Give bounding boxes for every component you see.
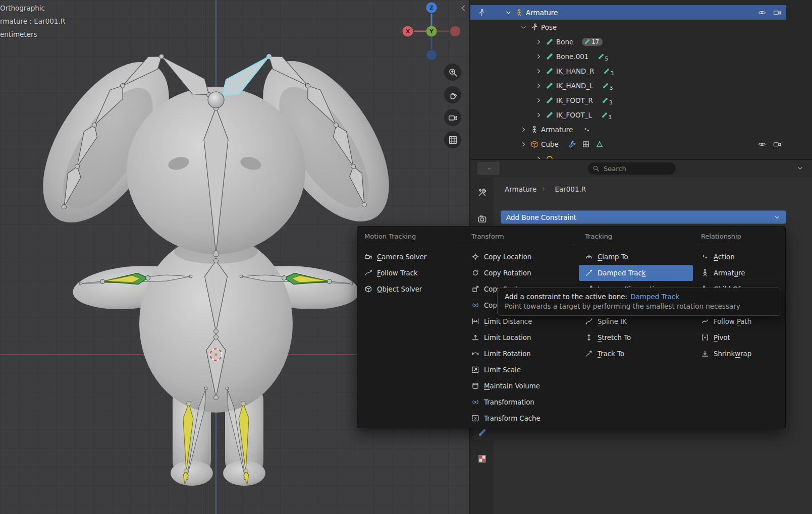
menu-item-copy-rotation[interactable]: Copy Rotation <box>465 265 577 281</box>
bone-icon <box>545 67 554 75</box>
camera-icon[interactable] <box>773 8 781 17</box>
eye-icon[interactable] <box>757 8 766 17</box>
menu-item-follow-track[interactable]: Follow Track <box>358 265 463 281</box>
wrench-icon <box>568 140 577 148</box>
tab-texture[interactable] <box>470 451 494 466</box>
zoom-button[interactable] <box>444 64 461 81</box>
menu-item-label: Transformation <box>484 398 534 406</box>
tab-render[interactable] <box>470 211 494 226</box>
menu-item-label: Copy Location <box>484 253 531 261</box>
chevron-right-icon[interactable] <box>535 52 543 61</box>
outliner-extras <box>568 140 604 148</box>
menu-column-title: Tracking <box>578 231 694 242</box>
menu-item-limit-scale[interactable]: Limit Scale <box>465 362 577 378</box>
viewport-perspective-label: Orthographic <box>0 2 65 15</box>
outliner-row-armature[interactable]: Armature <box>470 122 786 137</box>
outliner-row-ik-foot-r[interactable]: IK_FOOT_R3 <box>470 93 786 107</box>
menu-item-shrinkwrap[interactable]: Shrinkwrap <box>695 346 784 362</box>
outliner-row-bone[interactable]: Bone17 <box>470 34 786 49</box>
bone-icon <box>583 38 590 45</box>
ic-damped-track-icon <box>584 269 593 277</box>
chevron-right-icon[interactable] <box>535 67 543 75</box>
chevron-right-icon[interactable] <box>535 110 543 119</box>
chevron-right-icon[interactable] <box>535 81 543 90</box>
menu-column-title: Motion Tracking <box>357 231 464 242</box>
ic-limit-rotation-icon <box>471 350 479 358</box>
gizmo-y-ball[interactable]: Y <box>426 26 437 37</box>
menu-item-damped-track[interactable]: Damped Track <box>579 265 693 281</box>
add-bone-constraint-button[interactable]: Add Bone Constraint <box>501 210 786 224</box>
menu-item-maintain-volume[interactable]: Maintain Volume <box>465 378 577 394</box>
pan-hand-button[interactable] <box>444 86 461 103</box>
chevron-right-icon[interactable] <box>535 96 543 104</box>
bone-count-badge: 17 <box>582 38 603 46</box>
menu-item-stretch-to[interactable]: Stretch To <box>579 329 693 346</box>
menu-item-clamp-to[interactable]: Clamp To <box>579 249 693 265</box>
menu-item-track-to[interactable]: Track To <box>579 346 693 362</box>
menu-separator <box>360 245 461 245</box>
restriction-toggles <box>757 8 786 17</box>
svg-text:Y: Y <box>429 28 434 35</box>
search-field[interactable] <box>588 162 676 175</box>
gizmo-neg-z-ball[interactable] <box>426 50 437 61</box>
editor-type-button[interactable] <box>477 162 500 175</box>
menu-item-limit-rotation[interactable]: Limit Rotation <box>465 346 577 362</box>
navigation-gizmo[interactable]: Z X Y <box>401 1 462 62</box>
gizmo-x-ball[interactable]: X <box>403 26 413 37</box>
breadcrumb-bone[interactable]: Ear001.R <box>555 185 586 193</box>
menu-item-armature[interactable]: Armature <box>695 265 784 281</box>
menu-column-transform: TransformCopy LocationCopy RotationCopy … <box>464 229 578 428</box>
gizmo-neg-x-ball[interactable] <box>450 26 461 37</box>
action-icon <box>582 125 591 134</box>
camera-view-button[interactable] <box>444 109 461 126</box>
menu-item-camera-solver[interactable]: Camera Solver <box>358 249 463 265</box>
menu-item-object-solver[interactable]: Object Solver <box>358 281 463 297</box>
tooltip-line1: Add a constraint to the active bone:Damp… <box>505 293 774 301</box>
collapse-panel-icon[interactable] <box>458 3 468 13</box>
ic-spline-ik-icon <box>584 317 593 326</box>
outliner-row-ik-hand-l[interactable]: IK_HAND_L3 <box>470 78 786 93</box>
menu-item-label: Shrinkwrap <box>714 350 751 358</box>
outliner-row-pose[interactable]: Pose <box>470 20 786 34</box>
camera-icon[interactable] <box>773 140 781 148</box>
outliner-row-ik-foot-l[interactable]: IK_FOOT_L3 <box>470 107 786 122</box>
menu-item-copy-location[interactable]: Copy Location <box>465 249 577 265</box>
menu-item-transform-cache[interactable]: xTransform Cache <box>465 410 577 426</box>
menu-item-transformation[interactable]: (x)Transformation <box>465 394 577 410</box>
bone-icon <box>545 96 554 104</box>
outliner-row-ik-hand-r[interactable]: IK_HAND_R3 <box>470 64 786 78</box>
menu-item-pivot[interactable]: Pivot <box>695 329 784 346</box>
outliner-row-partial[interactable] <box>470 151 786 159</box>
outliner-item-label: Pose <box>541 23 557 31</box>
restriction-toggles <box>757 140 786 148</box>
menu-column-title: Transform <box>464 231 578 242</box>
menu-item-limit-location[interactable]: Limit Location <box>465 329 577 346</box>
viewport-units-label: entimeters <box>0 28 65 41</box>
bone-count: 5 <box>597 52 608 60</box>
chevron-right-icon[interactable] <box>535 37 543 46</box>
outliner-row-bone-001[interactable]: Bone.0015 <box>470 49 786 64</box>
chevron-down-icon[interactable] <box>520 23 527 31</box>
outliner-item-label: Cube <box>541 140 559 148</box>
chevron-right-icon[interactable] <box>520 125 527 134</box>
outliner-row-cube[interactable]: Cube <box>470 137 786 151</box>
outliner-row-armature[interactable]: Armature <box>470 5 786 20</box>
chevron-right-icon[interactable] <box>520 140 527 148</box>
menu-item-action[interactable]: Action <box>695 249 784 265</box>
outliner-item-label: IK_HAND_L <box>556 82 593 90</box>
breadcrumb-object[interactable]: Armature <box>505 185 536 193</box>
add-constraint-menu: Motion TrackingCamera SolverFollow Track… <box>357 226 786 428</box>
chevron-right-icon[interactable] <box>535 154 543 159</box>
svg-text:X: X <box>406 28 410 35</box>
outliner-rows: ArmaturePoseBone17Bone.0015IK_HAND_R3IK_… <box>470 5 786 159</box>
bone-count: 3 <box>601 111 612 119</box>
tab-tool[interactable] <box>470 185 494 200</box>
eye-icon[interactable] <box>757 140 766 148</box>
properties-header <box>470 160 812 178</box>
gizmo-z-ball[interactable]: Z <box>426 3 437 13</box>
search-input[interactable] <box>603 164 671 173</box>
outliner-item-label: Bone.001 <box>556 52 588 61</box>
panel-options-chevron-icon[interactable] <box>796 164 804 172</box>
ortho-grid-button[interactable] <box>444 131 461 148</box>
chevron-down-icon[interactable] <box>505 8 512 17</box>
